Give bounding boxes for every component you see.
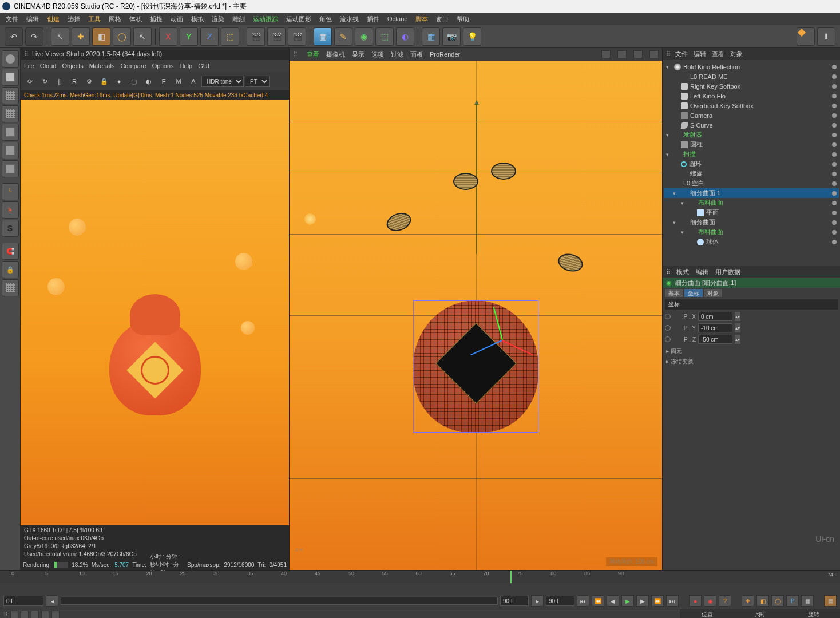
lv-a-icon[interactable]: A — [187, 74, 200, 88]
vis-tag[interactable] — [832, 172, 837, 176]
render-button[interactable]: 🎬 — [247, 27, 265, 46]
tree-row-布料曲面[interactable]: ▾布料曲面 — [664, 198, 839, 208]
lasso-tool[interactable]: ↖ — [133, 27, 152, 46]
coord-system-button[interactable]: ⬚ — [221, 27, 239, 46]
drag-dots-icon[interactable]: ⠿ — [3, 611, 8, 619]
lv-pause-icon[interactable]: ‖ — [53, 74, 66, 88]
attr-field[interactable] — [698, 335, 732, 344]
spinner-icon[interactable]: ▴▾ — [735, 335, 740, 344]
pos-key-button[interactable]: ✚ — [742, 595, 754, 607]
drag-dots-icon[interactable]: ⠿ — [666, 50, 671, 58]
menu-Octane[interactable]: Octane — [384, 14, 411, 23]
key-button[interactable]: ? — [719, 595, 731, 607]
object-mode[interactable] — [2, 69, 19, 86]
mat-ic4[interactable] — [41, 611, 49, 618]
array-button[interactable]: ⬚ — [375, 27, 394, 46]
twisty-icon[interactable]: ▾ — [673, 191, 679, 196]
layout-button-1[interactable] — [797, 27, 815, 46]
attr-collapse-四元[interactable]: 四元 — [663, 346, 840, 356]
vp-btn-1[interactable] — [601, 50, 611, 58]
tree-row-扫描[interactable]: ▾扫描 — [664, 149, 839, 159]
axis-tool[interactable]: └ — [2, 183, 19, 200]
param-key-button[interactable]: P — [786, 595, 799, 607]
transform-gizmo[interactable] — [479, 317, 525, 363]
cube-primitive[interactable]: ▦ — [314, 27, 332, 46]
tree-row-布料曲面[interactable]: ▾布料曲面 — [664, 227, 839, 237]
timeline-marker[interactable] — [510, 571, 512, 583]
menu-动画[interactable]: 动画 — [167, 14, 187, 25]
lv-refresh-icon[interactable]: ⟳ — [23, 74, 37, 88]
vis-tag[interactable] — [832, 152, 837, 157]
lv-menu-Objects[interactable]: Objects — [62, 62, 83, 69]
pen-tool[interactable]: ✎ — [334, 27, 352, 46]
menu-雕刻[interactable]: 雕刻 — [229, 14, 248, 25]
step-btn[interactable]: ◂ — [46, 595, 58, 607]
tree-row-Right Key Softbox[interactable]: Right Key Softbox — [664, 81, 839, 91]
vis-tag[interactable] — [832, 65, 837, 69]
vp-menu-面板[interactable]: 面板 — [410, 51, 423, 58]
twisty-icon[interactable]: ▾ — [666, 64, 672, 70]
drag-dots-icon[interactable]: ⠿ — [24, 50, 29, 58]
tree-row-发射器[interactable]: ▾发射器 — [664, 130, 839, 140]
play-button[interactable]: ▶ — [621, 595, 634, 607]
pt-select[interactable]: PT — [245, 76, 270, 87]
vp-menu-查看[interactable]: 查看 — [307, 51, 319, 58]
next-frame-button[interactable]: ▶ — [636, 595, 649, 607]
next-key-button[interactable]: ⏩ — [651, 595, 664, 607]
prev-key-button[interactable]: ⏪ — [592, 595, 604, 607]
menu-运动图形[interactable]: 运动图形 — [283, 14, 315, 25]
scale-key-button[interactable]: ◧ — [756, 595, 769, 607]
attrsubtab-对象[interactable]: 对象 — [704, 289, 722, 297]
lv-region-icon[interactable]: R — [68, 74, 81, 88]
lv-menu-Compare[interactable]: Compare — [120, 62, 146, 69]
attrtab-模式[interactable]: 模式 — [676, 268, 689, 275]
attrsubtab-基本[interactable]: 基本 — [665, 289, 683, 297]
autokey-button[interactable]: ◉ — [704, 595, 716, 607]
menu-角色[interactable]: 角色 — [316, 14, 335, 25]
deformer-button[interactable]: ◐ — [396, 27, 414, 46]
live-viewer-render[interactable] — [21, 100, 289, 525]
axis-x-button[interactable]: X — [159, 27, 177, 46]
vis-tag[interactable] — [832, 220, 837, 225]
vp-menu-摄像机[interactable]: 摄像机 — [326, 51, 345, 58]
lock-tool[interactable]: 🔒 — [2, 261, 19, 278]
light-button[interactable]: 💡 — [463, 27, 481, 46]
menu-选择[interactable]: 选择 — [64, 14, 84, 25]
edge-mode[interactable] — [2, 142, 19, 159]
objtab-编辑[interactable]: 编辑 — [694, 50, 706, 57]
spinner-icon[interactable]: ▴▾ — [735, 323, 740, 332]
lv-gear-icon[interactable]: ⚙ — [82, 74, 96, 88]
layout-button-2[interactable]: ⬇ — [817, 27, 835, 46]
vp-btn-3[interactable] — [633, 50, 643, 58]
vis-tag[interactable] — [832, 191, 837, 196]
rotate-tool[interactable]: ◯ — [113, 27, 131, 46]
menu-脚本[interactable]: 脚本 — [412, 14, 431, 25]
attr-field[interactable] — [698, 312, 732, 321]
frame-end-field2[interactable] — [546, 596, 574, 606]
vis-tag[interactable] — [832, 123, 837, 128]
menu-工具[interactable]: 工具 — [85, 14, 104, 25]
tree-row-平面[interactable]: 平面 — [664, 208, 839, 217]
objtab-查看[interactable]: 查看 — [712, 50, 724, 57]
tree-row-L0 空白[interactable]: L0 空白 — [664, 179, 839, 188]
tree-row-细分曲面[interactable]: ▾细分曲面 — [664, 217, 839, 227]
vis-tag[interactable] — [832, 142, 837, 147]
vp-btn-2[interactable] — [617, 50, 627, 58]
tweak-tool[interactable] — [2, 279, 19, 296]
texture-mode[interactable] — [2, 87, 19, 104]
magnet-tool[interactable]: 🧲 — [2, 243, 19, 260]
rot-key-button[interactable]: ◯ — [771, 595, 784, 607]
anim-dot[interactable] — [665, 314, 671, 319]
viewport-canvas[interactable]: 网格间距: 100 cm z⟂x — [290, 61, 662, 570]
mat-ic2[interactable] — [21, 611, 29, 618]
tree-row-Overhead Key Softbox[interactable]: Overhead Key Softbox — [664, 101, 839, 110]
vis-tag[interactable] — [832, 113, 837, 118]
twisty-icon[interactable]: ▾ — [681, 229, 687, 235]
model-mode[interactable] — [2, 50, 19, 68]
vis-tag[interactable] — [832, 133, 837, 137]
hdr-tone-select[interactable]: HDR tone — [201, 76, 244, 87]
record-button[interactable]: ● — [689, 595, 702, 607]
render-settings-button[interactable]: 🎬 — [288, 27, 306, 46]
menu-渲染[interactable]: 渲染 — [208, 14, 228, 25]
lv-menu-Options[interactable]: Options — [152, 62, 174, 69]
